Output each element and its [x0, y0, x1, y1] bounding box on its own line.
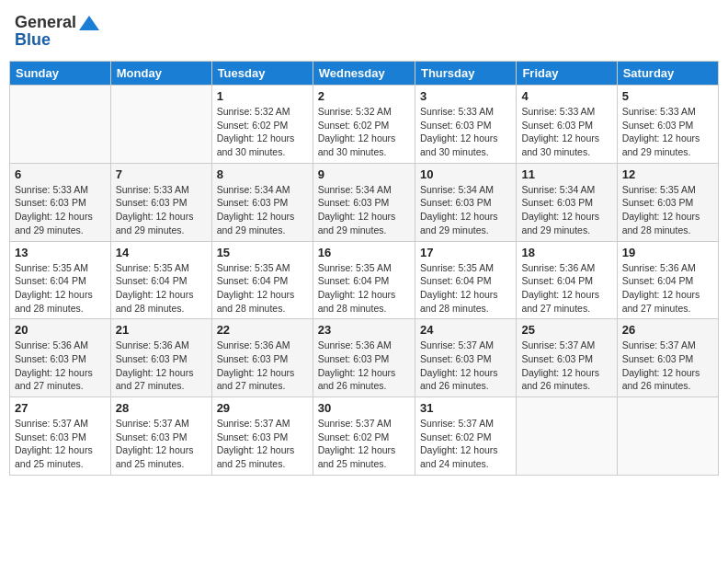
day-number: 17 [420, 246, 511, 259]
day-number: 21 [116, 323, 207, 337]
day-number: 31 [420, 401, 511, 415]
weekday-header-row: SundayMondayTuesdayWednesdayThursdayFrid… [10, 62, 719, 86]
day-number: 3 [420, 89, 511, 103]
header: General Blue [9, 9, 719, 53]
calendar-week-row: 1Sunrise: 5:32 AMSunset: 6:02 PMDaylight… [10, 86, 719, 164]
day-number: 8 [217, 167, 308, 181]
calendar-cell: 5Sunrise: 5:33 AMSunset: 6:03 PMDaylight… [617, 86, 718, 164]
day-number: 22 [217, 323, 308, 337]
calendar-week-row: 20Sunrise: 5:36 AMSunset: 6:03 PMDayligh… [10, 319, 719, 397]
day-info: Sunrise: 5:36 AMSunset: 6:03 PMDaylight:… [15, 339, 106, 393]
day-number: 13 [15, 246, 106, 259]
day-info: Sunrise: 5:32 AMSunset: 6:02 PMDaylight:… [318, 105, 410, 159]
day-number: 24 [420, 323, 511, 337]
calendar-cell: 12Sunrise: 5:35 AMSunset: 6:03 PMDayligh… [617, 163, 718, 241]
day-number: 30 [318, 401, 410, 415]
day-number: 9 [318, 167, 410, 181]
calendar-cell: 17Sunrise: 5:35 AMSunset: 6:04 PMDayligh… [415, 241, 516, 319]
day-number: 23 [318, 323, 410, 337]
day-info: Sunrise: 5:36 AMSunset: 6:03 PMDaylight:… [116, 339, 207, 393]
calendar-cell: 28Sunrise: 5:37 AMSunset: 6:03 PMDayligh… [110, 397, 211, 476]
calendar-cell: 7Sunrise: 5:33 AMSunset: 6:03 PMDaylight… [110, 163, 211, 241]
calendar-cell: 23Sunrise: 5:36 AMSunset: 6:03 PMDayligh… [313, 319, 415, 397]
day-info: Sunrise: 5:37 AMSunset: 6:02 PMDaylight:… [420, 417, 511, 471]
weekday-header-friday: Friday [517, 62, 617, 86]
calendar-week-row: 6Sunrise: 5:33 AMSunset: 6:03 PMDaylight… [10, 163, 719, 241]
day-info: Sunrise: 5:35 AMSunset: 6:04 PMDaylight:… [15, 261, 106, 316]
day-info: Sunrise: 5:33 AMSunset: 6:03 PMDaylight:… [622, 105, 713, 159]
day-number: 20 [15, 323, 106, 337]
weekday-header-saturday: Saturday [617, 62, 718, 86]
calendar-cell: 31Sunrise: 5:37 AMSunset: 6:02 PMDayligh… [415, 397, 516, 476]
calendar-cell: 30Sunrise: 5:37 AMSunset: 6:02 PMDayligh… [313, 397, 415, 476]
day-info: Sunrise: 5:35 AMSunset: 6:04 PMDaylight:… [116, 261, 207, 316]
calendar-cell: 1Sunrise: 5:32 AMSunset: 6:02 PMDaylight… [211, 86, 313, 164]
calendar-cell: 26Sunrise: 5:37 AMSunset: 6:03 PMDayligh… [617, 319, 718, 397]
calendar-cell: 8Sunrise: 5:34 AMSunset: 6:03 PMDaylight… [211, 163, 313, 241]
day-info: Sunrise: 5:37 AMSunset: 6:02 PMDaylight:… [318, 417, 410, 471]
day-info: Sunrise: 5:37 AMSunset: 6:03 PMDaylight:… [420, 339, 511, 393]
day-info: Sunrise: 5:33 AMSunset: 6:03 PMDaylight:… [15, 183, 106, 237]
day-info: Sunrise: 5:33 AMSunset: 6:03 PMDaylight:… [116, 183, 207, 237]
day-number: 26 [622, 323, 713, 337]
day-number: 29 [217, 401, 308, 415]
day-info: Sunrise: 5:36 AMSunset: 6:03 PMDaylight:… [217, 339, 308, 393]
day-info: Sunrise: 5:37 AMSunset: 6:03 PMDaylight:… [622, 339, 713, 393]
calendar-cell: 21Sunrise: 5:36 AMSunset: 6:03 PMDayligh… [110, 319, 211, 397]
day-info: Sunrise: 5:35 AMSunset: 6:04 PMDaylight:… [420, 261, 511, 316]
calendar-cell: 20Sunrise: 5:36 AMSunset: 6:03 PMDayligh… [10, 319, 111, 397]
logo: General Blue [15, 13, 99, 50]
day-info: Sunrise: 5:33 AMSunset: 6:03 PMDaylight:… [521, 105, 611, 159]
day-number: 19 [622, 246, 713, 259]
day-number: 2 [318, 89, 410, 103]
day-info: Sunrise: 5:34 AMSunset: 6:03 PMDaylight:… [217, 183, 308, 237]
weekday-header-wednesday: Wednesday [313, 62, 415, 86]
calendar-cell: 6Sunrise: 5:33 AMSunset: 6:03 PMDaylight… [10, 163, 111, 241]
svg-marker-0 [79, 16, 99, 30]
day-info: Sunrise: 5:35 AMSunset: 6:04 PMDaylight:… [318, 261, 410, 316]
calendar-cell: 10Sunrise: 5:34 AMSunset: 6:03 PMDayligh… [415, 163, 516, 241]
calendar-cell: 11Sunrise: 5:34 AMSunset: 6:03 PMDayligh… [517, 163, 617, 241]
calendar-body: 1Sunrise: 5:32 AMSunset: 6:02 PMDaylight… [10, 86, 719, 476]
day-info: Sunrise: 5:36 AMSunset: 6:04 PMDaylight:… [622, 261, 713, 316]
calendar-cell: 2Sunrise: 5:32 AMSunset: 6:02 PMDaylight… [313, 86, 415, 164]
day-info: Sunrise: 5:32 AMSunset: 6:02 PMDaylight:… [217, 105, 308, 159]
calendar-cell: 3Sunrise: 5:33 AMSunset: 6:03 PMDaylight… [415, 86, 516, 164]
logo-blue-text: Blue [15, 30, 51, 50]
calendar-cell [617, 397, 718, 476]
weekday-header-tuesday: Tuesday [211, 62, 313, 86]
day-number: 28 [116, 401, 207, 415]
day-number: 6 [15, 167, 106, 181]
day-info: Sunrise: 5:34 AMSunset: 6:03 PMDaylight:… [521, 183, 611, 237]
day-info: Sunrise: 5:37 AMSunset: 6:03 PMDaylight:… [116, 417, 207, 471]
calendar-cell: 14Sunrise: 5:35 AMSunset: 6:04 PMDayligh… [110, 241, 211, 319]
day-info: Sunrise: 5:37 AMSunset: 6:03 PMDaylight:… [15, 417, 106, 471]
calendar-cell [517, 397, 617, 476]
day-number: 16 [318, 246, 410, 259]
day-number: 7 [116, 167, 207, 181]
day-number: 27 [15, 401, 106, 415]
calendar-week-row: 27Sunrise: 5:37 AMSunset: 6:03 PMDayligh… [10, 397, 719, 476]
day-number: 4 [521, 89, 611, 103]
day-info: Sunrise: 5:35 AMSunset: 6:03 PMDaylight:… [622, 183, 713, 237]
logo-general-text: General [15, 13, 76, 32]
calendar-cell: 25Sunrise: 5:37 AMSunset: 6:03 PMDayligh… [517, 319, 617, 397]
calendar-cell: 13Sunrise: 5:35 AMSunset: 6:04 PMDayligh… [10, 241, 111, 319]
calendar-cell: 22Sunrise: 5:36 AMSunset: 6:03 PMDayligh… [211, 319, 313, 397]
weekday-header-monday: Monday [110, 62, 211, 86]
calendar-cell: 4Sunrise: 5:33 AMSunset: 6:03 PMDaylight… [517, 86, 617, 164]
calendar-table: SundayMondayTuesdayWednesdayThursdayFrid… [9, 61, 719, 476]
weekday-header-sunday: Sunday [10, 62, 111, 86]
calendar-week-row: 13Sunrise: 5:35 AMSunset: 6:04 PMDayligh… [10, 241, 719, 319]
day-info: Sunrise: 5:36 AMSunset: 6:04 PMDaylight:… [521, 261, 611, 316]
day-number: 11 [521, 167, 611, 181]
calendar-cell [110, 86, 211, 164]
day-info: Sunrise: 5:33 AMSunset: 6:03 PMDaylight:… [420, 105, 511, 159]
calendar-cell: 24Sunrise: 5:37 AMSunset: 6:03 PMDayligh… [415, 319, 516, 397]
calendar-cell: 29Sunrise: 5:37 AMSunset: 6:03 PMDayligh… [211, 397, 313, 476]
calendar-cell: 18Sunrise: 5:36 AMSunset: 6:04 PMDayligh… [517, 241, 617, 319]
day-info: Sunrise: 5:34 AMSunset: 6:03 PMDaylight:… [318, 183, 410, 237]
weekday-header-thursday: Thursday [415, 62, 516, 86]
day-number: 25 [521, 323, 611, 337]
calendar-cell: 9Sunrise: 5:34 AMSunset: 6:03 PMDaylight… [313, 163, 415, 241]
